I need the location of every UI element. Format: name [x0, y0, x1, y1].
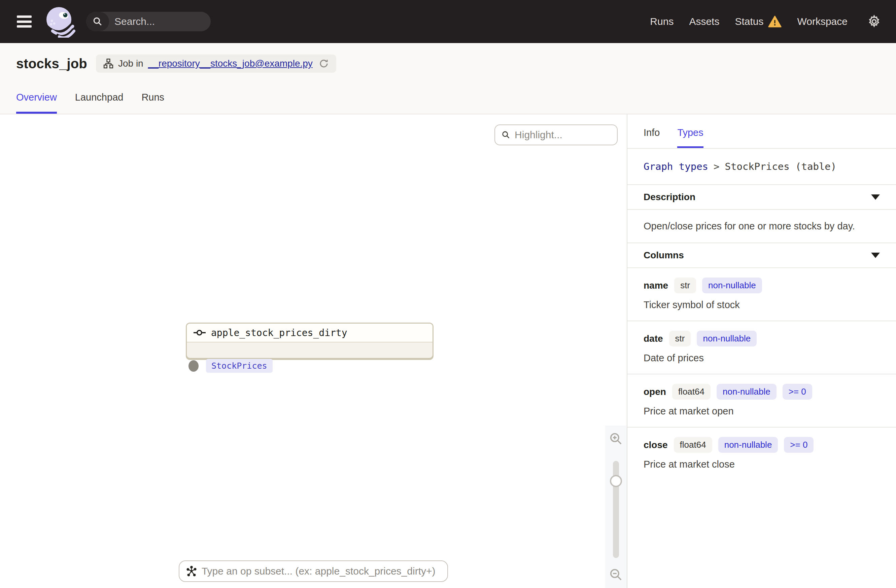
breadcrumb-separator: >: [713, 161, 719, 172]
chevron-down-icon: [871, 194, 880, 200]
constraint-chip[interactable]: non-nullable: [697, 331, 757, 346]
column-row-open: open float64 non-nullable >= 0 Price at …: [628, 374, 896, 427]
search-input[interactable]: [109, 16, 211, 27]
zoom-slider[interactable]: [613, 461, 619, 558]
column-name: close: [643, 440, 668, 450]
highlight-input[interactable]: [515, 129, 611, 141]
column-row-name: name str non-nullable Ticker symbol of s…: [628, 268, 896, 321]
column-name: open: [643, 386, 666, 397]
constraint-chip[interactable]: >= 0: [783, 384, 812, 400]
op-node-output-slot: [187, 342, 433, 358]
type-chip: float64: [674, 437, 712, 453]
job-file-link[interactable]: __repository__stocks_job@example.py: [148, 58, 313, 69]
zoom-in-icon[interactable]: [608, 432, 623, 446]
warning-icon: [768, 15, 782, 27]
columns-section-header[interactable]: Columns: [628, 243, 896, 268]
job-header: stocks_job Job in __repository__stocks_j…: [0, 43, 896, 114]
constraint-chip[interactable]: non-nullable: [718, 437, 778, 453]
constraint-chip[interactable]: >= 0: [784, 437, 814, 453]
sidebar-tab-info[interactable]: Info: [643, 127, 660, 148]
op-subset-filter: [179, 561, 448, 582]
zoom-controls: [605, 425, 627, 588]
breadcrumb-current: StockPrices (table): [725, 161, 837, 172]
chevron-down-icon: [871, 253, 880, 258]
job-graph-icon: [103, 59, 113, 68]
op-subset-graph-icon: [186, 565, 197, 577]
column-description: Ticker symbol of stock: [643, 299, 880, 310]
column-description: Price at market close: [643, 459, 880, 470]
output-type-tag[interactable]: StockPrices: [206, 359, 273, 373]
type-detail-sidebar: Info Types Graph types > StockPrices (ta…: [627, 114, 896, 588]
top-nav-bar: / Runs Assets Status Workspace: [0, 0, 896, 43]
nav-assets[interactable]: Assets: [689, 16, 719, 27]
search-icon: [86, 12, 109, 31]
nav-workspace[interactable]: Workspace: [797, 16, 847, 27]
op-subset-input[interactable]: [202, 565, 440, 577]
search-icon: [501, 129, 510, 140]
dagster-logo[interactable]: [44, 5, 76, 38]
column-row-date: date str non-nullable Date of prices: [628, 321, 896, 374]
refresh-icon[interactable]: [319, 59, 329, 68]
menu-icon[interactable]: [15, 15, 34, 28]
zoom-slider-knob[interactable]: [610, 475, 622, 487]
tab-runs[interactable]: Runs: [142, 92, 164, 114]
op-node-label: apple_stock_prices_dirty: [211, 327, 347, 339]
type-chip: float64: [672, 384, 710, 400]
constraint-chip[interactable]: non-nullable: [716, 384, 777, 400]
column-row-close: close float64 non-nullable >= 0 Price at…: [628, 427, 896, 480]
gear-icon[interactable]: [867, 14, 881, 29]
constraint-chip[interactable]: non-nullable: [702, 278, 762, 293]
op-node-apple-stock-prices-dirty[interactable]: apple_stock_prices_dirty: [186, 323, 434, 359]
column-name: date: [643, 333, 663, 344]
job-origin-badge: Job in __repository__stocks_job@example.…: [96, 55, 336, 73]
output-type-dot: [189, 360, 198, 372]
description-section-header[interactable]: Description: [628, 185, 896, 210]
nav-status[interactable]: Status: [735, 15, 782, 27]
type-chip: str: [674, 278, 696, 293]
tab-launchpad[interactable]: Launchpad: [75, 92, 123, 114]
sidebar-tab-types[interactable]: Types: [677, 127, 703, 148]
job-badge-prefix: Job in: [118, 58, 143, 69]
type-chip: str: [669, 331, 691, 346]
page-title: stocks_job: [16, 56, 87, 71]
column-description: Date of prices: [643, 352, 880, 364]
op-icon: [194, 328, 206, 337]
nav-runs[interactable]: Runs: [650, 16, 674, 27]
description-text: Open/close prices for one or more stocks…: [628, 210, 896, 243]
breadcrumb-graph-types-link[interactable]: Graph types: [643, 161, 708, 172]
highlight-search: [494, 125, 618, 145]
breadcrumb: Graph types > StockPrices (table): [628, 149, 896, 185]
column-description: Price at market open: [643, 406, 880, 417]
zoom-out-icon[interactable]: [608, 567, 623, 582]
op-graph-canvas[interactable]: apple_stock_prices_dirty StockPrices: [0, 114, 627, 588]
tab-overview[interactable]: Overview: [16, 92, 57, 114]
global-search: /: [86, 12, 211, 31]
column-name: name: [643, 280, 668, 291]
